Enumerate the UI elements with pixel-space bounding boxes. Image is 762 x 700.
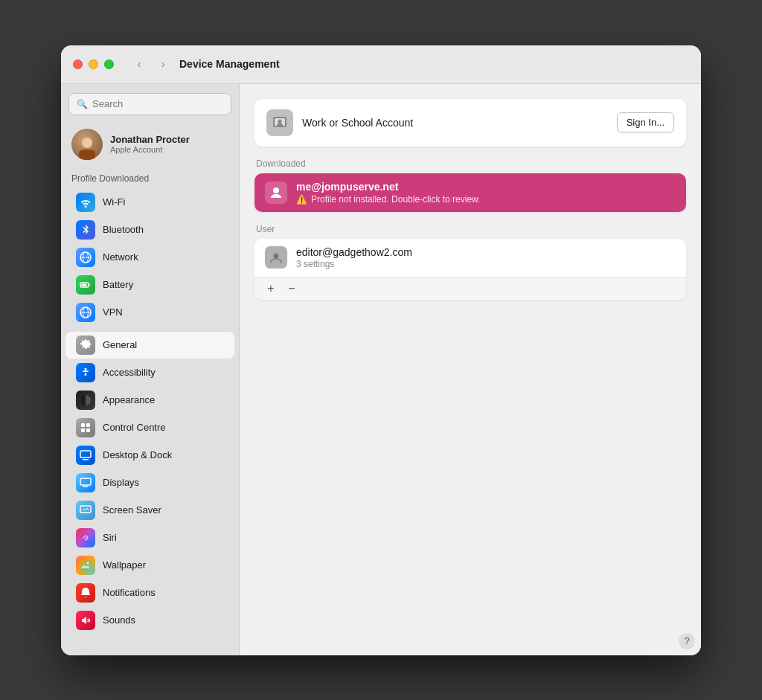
svg-rect-12: [86, 423, 90, 427]
user-settings-count: 3 settings: [296, 259, 412, 269]
svg-point-21: [87, 562, 89, 564]
control-centre-icon: [76, 418, 95, 437]
sidebar-item-vpn[interactable]: VPN: [65, 299, 234, 326]
search-input[interactable]: [92, 98, 223, 109]
close-button[interactable]: [73, 60, 83, 69]
vpn-icon: [76, 303, 95, 322]
displays-icon: [76, 473, 95, 492]
svg-rect-15: [80, 451, 91, 457]
svg-rect-14: [86, 428, 90, 432]
sidebar-item-bluetooth-label: Bluetooth: [103, 224, 144, 235]
sidebar-item-sounds[interactable]: Sounds: [65, 607, 234, 634]
user-name: Jonathan Procter: [110, 134, 190, 145]
svg-rect-16: [83, 459, 89, 460]
avatar-inner: [71, 129, 103, 160]
back-button[interactable]: ‹: [129, 56, 150, 72]
svg-point-25: [274, 254, 279, 259]
sidebar-item-battery[interactable]: Battery: [65, 272, 234, 298]
user-profile-row[interactable]: editor@gadgethow2.com 3 settings: [254, 239, 686, 277]
search-bar[interactable]: 🔍: [68, 93, 231, 115]
sidebar-item-displays[interactable]: Displays: [65, 469, 234, 496]
sidebar-item-network[interactable]: Network: [65, 244, 234, 271]
sidebar-item-wallpaper[interactable]: Wallpaper: [65, 552, 234, 579]
avatar-head: [82, 138, 92, 148]
downloaded-section-label: Downloaded: [254, 158, 686, 169]
profile-downloaded-label: Profile Downloaded: [61, 170, 239, 188]
accessibility-icon: [76, 363, 95, 382]
user-profile-icon: [265, 246, 287, 269]
right-panel: Work or School Account Sign In... Downlo…: [240, 84, 701, 655]
downloaded-profile-row[interactable]: me@jompuserve.net ⚠️ Profile not install…: [254, 173, 686, 212]
profile-warning-text: Profile not installed. Double-click to r…: [311, 194, 480, 205]
user-profiles-container: editor@gadgethow2.com 3 settings + −: [254, 239, 686, 300]
sidebar-item-desktop-dock[interactable]: Desktop & Dock: [65, 442, 234, 469]
svg-point-19: [80, 533, 91, 543]
wallpaper-icon: [76, 556, 95, 575]
traffic-lights: [73, 60, 114, 69]
svg-point-9: [85, 367, 87, 370]
sidebar-item-general-label: General: [103, 339, 137, 350]
help-button[interactable]: ?: [679, 633, 695, 649]
sidebar-item-general[interactable]: General: [65, 332, 234, 359]
sidebar-item-appearance[interactable]: Appearance: [65, 387, 234, 414]
downloaded-profiles-container: me@jompuserve.net ⚠️ Profile not install…: [254, 173, 686, 212]
svg-rect-13: [81, 428, 85, 432]
appearance-icon: [76, 391, 95, 410]
remove-profile-button[interactable]: −: [281, 280, 302, 297]
sidebar-item-control-centre[interactable]: Control Centre: [65, 414, 234, 441]
svg-rect-4: [82, 283, 87, 286]
desktop-dock-icon: [76, 446, 95, 465]
notifications-icon: [76, 583, 95, 603]
minimize-button[interactable]: [89, 60, 98, 69]
svg-rect-17: [80, 478, 91, 485]
profile-warning: ⚠️ Profile not installed. Double-click t…: [296, 194, 676, 205]
user-subtitle: Apple Account: [110, 145, 190, 154]
nav-buttons: ‹ ›: [129, 56, 173, 72]
svg-point-24: [278, 119, 282, 123]
sidebar-item-control-centre-label: Control Centre: [103, 422, 166, 433]
sidebar-item-wifi-label: Wi-Fi: [103, 196, 125, 208]
sidebar-item-accessibility[interactable]: Accessibility: [65, 359, 234, 386]
sidebar-section-connectivity: Wi-Fi Bluetooth Network: [61, 188, 239, 327]
sidebar-item-battery-label: Battery: [103, 279, 133, 290]
user-profile-info: editor@gadgethow2.com 3 settings: [296, 246, 412, 269]
sounds-icon: [76, 611, 95, 630]
avatar: [71, 129, 103, 160]
forward-button[interactable]: ›: [153, 56, 173, 72]
user-profile[interactable]: Jonathan Procter Apple Account: [61, 121, 239, 167]
sidebar-section-settings: General Accessibility Appearance: [61, 331, 239, 635]
sidebar-item-accessibility-label: Accessibility: [103, 367, 156, 378]
wifi-icon: [76, 193, 95, 212]
sidebar-item-notifications[interactable]: Notifications: [65, 579, 234, 606]
work-school-label: Work or School Account: [302, 117, 608, 129]
add-profile-button[interactable]: +: [260, 280, 281, 297]
maximize-button[interactable]: [104, 60, 114, 69]
svg-rect-18: [80, 506, 91, 513]
warning-icon: ⚠️: [296, 194, 307, 205]
sidebar-item-screen-saver[interactable]: Screen Saver: [65, 497, 234, 524]
sidebar-item-screen-saver-label: Screen Saver: [103, 504, 161, 516]
svg-rect-20: [80, 559, 92, 571]
bluetooth-icon: [76, 220, 95, 240]
avatar-body: [79, 150, 95, 160]
svg-rect-11: [81, 423, 85, 427]
sidebar-item-sounds-label: Sounds: [103, 614, 135, 626]
downloaded-profile-name: me@jompuserve.net: [296, 181, 676, 193]
sidebar: 🔍 Jonathan Procter Apple Account: [61, 84, 240, 655]
general-icon: [76, 335, 95, 355]
sign-in-button[interactable]: Sign In...: [617, 112, 674, 132]
user-info: Jonathan Procter Apple Account: [110, 134, 190, 154]
network-icon: [76, 248, 95, 267]
avatar-figure: [77, 135, 97, 160]
account-icon: [266, 109, 293, 136]
sidebar-item-wifi[interactable]: Wi-Fi: [65, 189, 234, 216]
sidebar-item-wallpaper-label: Wallpaper: [103, 559, 146, 571]
sidebar-item-vpn-label: VPN: [103, 306, 123, 318]
title-bar: ‹ › Device Management: [61, 45, 701, 84]
downloaded-profile-icon: [265, 182, 287, 204]
sidebar-item-bluetooth[interactable]: Bluetooth: [65, 216, 234, 243]
sidebar-item-siri[interactable]: Siri: [65, 524, 234, 551]
add-remove-bar: + −: [254, 277, 686, 300]
sidebar-item-appearance-label: Appearance: [103, 394, 155, 405]
user-profile-name: editor@gadgethow2.com: [296, 246, 412, 258]
